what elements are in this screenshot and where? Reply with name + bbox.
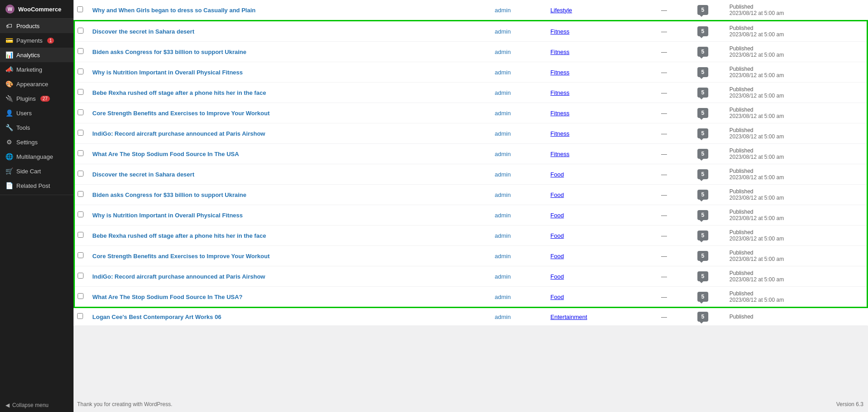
row-checkbox[interactable]: [78, 48, 83, 54]
post-category-link[interactable]: Fitness: [550, 110, 569, 117]
sidebar-item-payments[interactable]: 💳 Payments 1: [0, 33, 74, 48]
post-category-link[interactable]: Food: [550, 171, 564, 178]
row-checkbox-cell: [74, 144, 88, 164]
sidebar-logo[interactable]: W WooCommerce: [0, 0, 74, 19]
post-comment-cell: 5: [681, 266, 725, 287]
row-checkbox[interactable]: [78, 28, 83, 34]
sidebar-label-products: Products: [16, 23, 39, 29]
row-checkbox[interactable]: [78, 150, 83, 156]
row-checkbox[interactable]: [77, 313, 83, 319]
post-title-cell: Why is Nutrition Important in Overall Ph…: [88, 205, 490, 226]
post-category-cell: Fitness: [546, 62, 647, 83]
table-row: Why is Nutrition Important in Overall Ph…: [74, 205, 868, 226]
sidebar-label-multilanguage: Multilanguage: [16, 153, 53, 160]
row-checkbox[interactable]: [78, 89, 83, 95]
post-status-cell: Published 2023/08/12 at 5:00 am: [725, 287, 868, 308]
post-date: 2023/08/12 at 5:00 am: [730, 52, 784, 58]
row-checkbox[interactable]: [78, 211, 83, 217]
post-category-link[interactable]: Entertainment: [550, 314, 587, 320]
row-checkbox[interactable]: [78, 293, 83, 299]
post-category-link[interactable]: Food: [550, 212, 564, 219]
post-category-link[interactable]: Fitness: [550, 28, 569, 35]
post-dash-cell: —: [647, 185, 681, 205]
post-date: 2023/08/12 at 5:00 am: [730, 195, 784, 201]
post-category-link[interactable]: Fitness: [550, 151, 569, 157]
collapse-menu-button[interactable]: ◀ Collapse menu: [0, 398, 74, 412]
row-checkbox[interactable]: [78, 130, 83, 136]
sidebar-item-tools[interactable]: 🔧 Tools: [0, 120, 74, 135]
row-checkbox[interactable]: [78, 171, 83, 177]
row-checkbox[interactable]: [78, 232, 83, 238]
post-title-link[interactable]: Discover the secret in Sahara desert: [93, 28, 195, 35]
table-row: IndiGo: Record aircraft purchase announc…: [74, 266, 868, 287]
sidebar-item-multilanguage[interactable]: 🌐 Multilanguage: [0, 149, 74, 164]
post-title-link[interactable]: Why is Nutrition Important in Overall Ph…: [93, 69, 243, 76]
post-title-link[interactable]: Biden asks Congress for $33 billion to s…: [93, 49, 247, 55]
post-status: Published: [730, 86, 754, 93]
post-title-cell: Bebe Rexha rushed off stage after a phon…: [88, 226, 490, 246]
main-content: Why and When Girls began to dress so Cas…: [74, 0, 868, 412]
row-checkbox-cell: [74, 103, 88, 123]
post-title-link[interactable]: Logan Cee's Best Contemporary Art Works …: [93, 314, 221, 320]
sidebar-item-users[interactable]: 👤 Users: [0, 106, 74, 120]
sidebar-item-sidecart[interactable]: 🛒 Side Cart: [0, 164, 74, 178]
post-title-link[interactable]: What Are The Stop Sodium Food Source In …: [93, 294, 243, 300]
sidebar-item-settings[interactable]: ⚙ Settings: [0, 135, 74, 149]
row-checkbox[interactable]: [78, 109, 83, 115]
post-title-cell: Core Strength Benefits and Exercises to …: [88, 246, 490, 266]
post-status: Published: [730, 4, 754, 10]
sidebar-item-relatedpost[interactable]: 📄 Related Post: [0, 178, 74, 193]
post-title-link[interactable]: Why is Nutrition Important in Overall Ph…: [93, 212, 243, 219]
post-category-link[interactable]: Lifestyle: [550, 7, 572, 14]
row-checkbox[interactable]: [78, 191, 83, 197]
post-dash-cell: —: [647, 205, 681, 226]
post-category-link[interactable]: Food: [550, 273, 564, 280]
post-status: Published: [730, 314, 754, 320]
row-checkbox[interactable]: [78, 69, 83, 74]
post-title-link[interactable]: Core Strength Benefits and Exercises to …: [93, 253, 270, 260]
sidebar-item-analytics[interactable]: 📊 Analytics: [0, 48, 74, 62]
sidebar-item-plugins[interactable]: 🔌 Plugins 27: [0, 91, 74, 106]
post-category-link[interactable]: Fitness: [550, 69, 569, 76]
post-category-link[interactable]: Food: [550, 232, 564, 239]
post-status: Published: [730, 127, 754, 133]
post-category-cell: Entertainment: [546, 308, 647, 326]
row-checkbox[interactable]: [78, 252, 83, 258]
post-title-link[interactable]: IndiGo: Record aircraft purchase announc…: [93, 273, 265, 280]
post-comment-cell: 5: [681, 308, 725, 326]
post-title-link[interactable]: Why and When Girls began to dress so Cas…: [93, 7, 256, 14]
post-date: 2023/08/12 at 5:00 am: [730, 154, 784, 160]
post-title-link[interactable]: Bebe Rexha rushed off stage after a phon…: [93, 232, 266, 239]
post-title-link[interactable]: Discover the secret in Sahara desert: [93, 171, 195, 178]
post-title-link[interactable]: IndiGo: Record aircraft purchase announc…: [93, 130, 265, 137]
post-category-link[interactable]: Food: [550, 253, 564, 260]
post-title-link[interactable]: Core Strength Benefits and Exercises to …: [93, 110, 270, 117]
post-category-cell: Fitness: [546, 21, 647, 42]
row-checkbox[interactable]: [77, 6, 83, 12]
sidebar-item-appearance[interactable]: 🎨 Appearance: [0, 77, 74, 91]
comment-badge: 5: [697, 108, 708, 118]
post-author-cell: admin: [490, 185, 546, 205]
post-date: 2023/08/12 at 5:00 am: [730, 113, 784, 119]
post-title-link[interactable]: What Are The Stop Sodium Food Source In …: [93, 151, 239, 157]
post-status: Published: [730, 290, 754, 297]
post-title-link[interactable]: Biden asks Congress for $33 billion to s…: [93, 191, 247, 198]
post-title-link[interactable]: Bebe Rexha rushed off stage after a phon…: [93, 89, 266, 96]
table-row: Core Strength Benefits and Exercises to …: [74, 103, 868, 123]
post-category-link[interactable]: Food: [550, 294, 564, 300]
sidebar-item-marketing[interactable]: 📣 Marketing: [0, 62, 74, 77]
post-category-link[interactable]: Fitness: [550, 49, 569, 55]
post-category-link[interactable]: Food: [550, 191, 564, 198]
post-category-link[interactable]: Fitness: [550, 130, 569, 137]
comment-badge: 5: [697, 169, 708, 179]
post-author-cell: admin: [490, 246, 546, 266]
row-checkbox[interactable]: [78, 273, 83, 279]
post-category-cell: Fitness: [546, 83, 647, 103]
sidebar-item-products[interactable]: 🏷 Products: [0, 19, 74, 33]
sidebar-label-users: Users: [16, 110, 32, 117]
post-dash-cell: —: [647, 123, 681, 144]
post-author-cell: admin: [490, 21, 546, 42]
post-title-cell: Biden asks Congress for $33 billion to s…: [88, 42, 490, 62]
post-category-link[interactable]: Fitness: [550, 89, 569, 96]
post-date: 2023/08/12 at 5:00 am: [730, 256, 784, 262]
